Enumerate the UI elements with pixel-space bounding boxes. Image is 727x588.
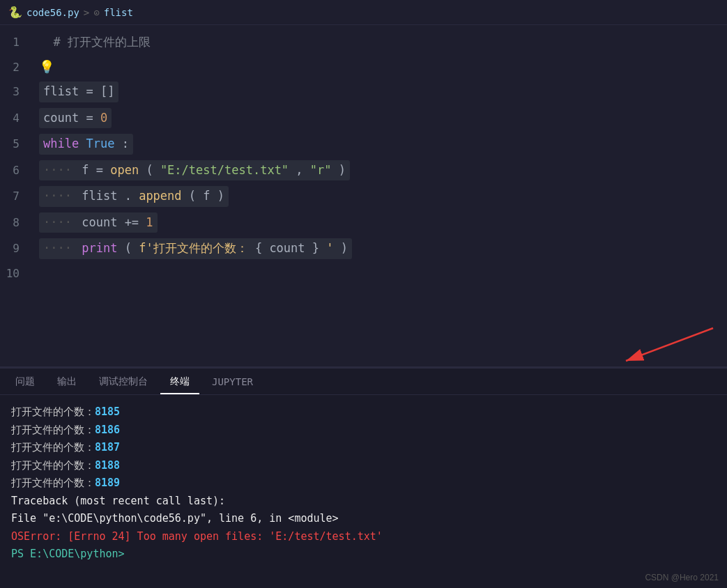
line-number-6: 6 (0, 164, 33, 177)
line-content-6: ···· f = open ( "E:/test/test.txt" , "r"… (33, 159, 727, 183)
line-content-3: flist = [] (33, 80, 727, 104)
terminal-line-5: 打开文件的个数：8189 (11, 474, 716, 493)
line-content-9: ···· print ( f'打开文件的个数： { count } ' ) (33, 237, 727, 261)
terminal-line-3: 打开文件的个数：8187 (11, 439, 716, 457)
line-number-2: 2 (0, 61, 33, 74)
tab-output[interactable]: 输出 (47, 370, 86, 394)
terminal-line-2: 打开文件的个数：8186 (11, 421, 716, 440)
terminal-line-4: 打开文件的个数：8188 (11, 457, 716, 475)
code-line-10: 10 (0, 262, 727, 286)
breadcrumb-separator: > (84, 7, 89, 18)
traceback-line-1: Traceback (most recent call last): (11, 493, 716, 511)
line-content-8: ···· count += 1 (33, 211, 727, 235)
code-line-5: 5 while True : (0, 131, 727, 157)
python-icon: 🐍 (8, 6, 22, 19)
tab-jupyter[interactable]: JUPYTER (202, 371, 263, 393)
bottom-panel: 问题 输出 调试控制台 终端 JUPYTER 打开文件的个数：8185 打开文件… (0, 369, 727, 588)
output-number-2: 8186 (95, 424, 120, 436)
code-line-2: 2 💡 (0, 54, 727, 79)
terminal-output: 打开文件的个数：8185 打开文件的个数：8186 打开文件的个数：8187 打… (0, 395, 727, 572)
tab-terminal[interactable]: 终端 (160, 370, 199, 394)
code-line-9: 9 ···· print ( f'打开文件的个数： { count } ' ) (0, 235, 727, 262)
line-number-7: 7 (0, 189, 33, 203)
output-label-1: 打开文件的个数： (11, 405, 95, 418)
line-content-2: 💡 (33, 56, 727, 78)
code-line-1: 1 # 打开文件的上限 (0, 31, 727, 54)
code-line-3: 3 flist = [] (0, 79, 727, 105)
tab-bar: 问题 输出 调试控制台 终端 JUPYTER (0, 369, 727, 395)
breadcrumb-icon2: ⊙ (93, 7, 99, 18)
tab-problems[interactable]: 问题 (6, 370, 45, 394)
output-number-3: 8187 (95, 441, 120, 454)
code-editor: 1 # 打开文件的上限 2 💡 3 flist = [] 4 count = 0 (0, 25, 727, 325)
line-number-3: 3 (0, 85, 33, 98)
terminal-prompt: PS E:\CODE\python> (11, 546, 716, 564)
arrow-area (0, 325, 727, 366)
arrow-svg (518, 325, 727, 366)
code-line-8: 8 ···· count += 1 (0, 210, 727, 236)
watermark: CSDN @Hero 2021 (645, 573, 719, 582)
line-content-10 (33, 263, 727, 284)
line-number-10: 10 (0, 267, 33, 280)
line-content-7: ···· flist . append ( f ) (33, 185, 727, 208)
line-content-4: count = 0 (33, 107, 727, 130)
output-number-4: 8188 (95, 459, 120, 472)
line-number-9: 9 (0, 242, 33, 255)
breadcrumb-bar: 🐍 code56.py > ⊙ flist (0, 0, 727, 25)
traceback-line-2: File "e:\CODE\python\code56.py", line 6,… (11, 510, 716, 528)
output-number-1: 8185 (95, 405, 120, 418)
output-number-5: 8189 (95, 477, 120, 489)
line-content-5: while True : (33, 132, 727, 156)
code-line-7: 7 ···· flist . append ( f ) (0, 183, 727, 210)
output-label-2: 打开文件的个数： (11, 424, 95, 436)
terminal-line-1: 打开文件的个数：8185 (11, 403, 716, 421)
line-content-1: # 打开文件的上限 (33, 32, 727, 53)
line-number-8: 8 (0, 216, 33, 229)
line-number-5: 5 (0, 137, 33, 150)
traceback-line-3: OSError: [Errno 24] Too many open files:… (11, 528, 716, 546)
output-label-4: 打开文件的个数： (11, 459, 95, 472)
line-number-1: 1 (0, 36, 33, 49)
code-line-4: 4 count = 0 (0, 105, 727, 132)
svg-line-1 (626, 328, 713, 361)
output-label-5: 打开文件的个数： (11, 477, 95, 489)
breadcrumb-current: flist (104, 7, 133, 18)
code-line-6: 6 ···· f = open ( "E:/test/test.txt" , "… (0, 157, 727, 184)
line-number-4: 4 (0, 111, 33, 125)
breadcrumb-file[interactable]: code56.py (26, 7, 79, 18)
tab-debug-console[interactable]: 调试控制台 (89, 370, 158, 394)
output-label-3: 打开文件的个数： (11, 441, 95, 454)
